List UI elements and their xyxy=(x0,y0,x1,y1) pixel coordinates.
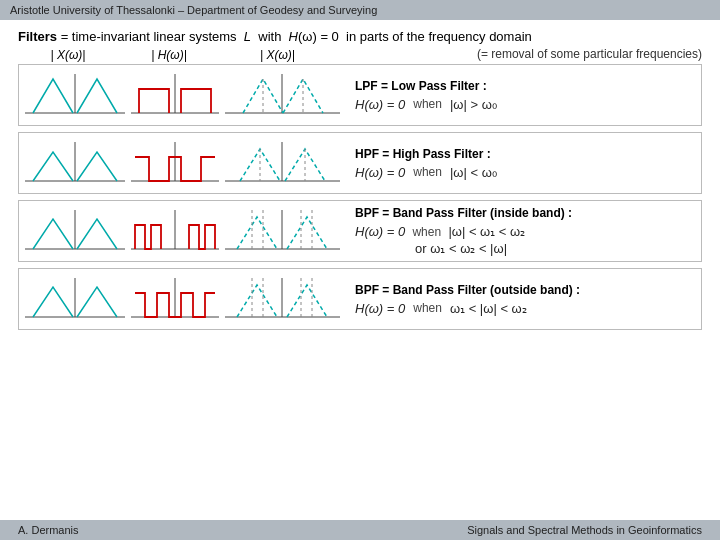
col-label-1: | X(ω)| xyxy=(18,48,118,62)
bpf-inside-title: BPF = Band Pass Filter (inside band) : xyxy=(355,206,695,220)
bpf-inside-output-svg xyxy=(225,205,340,257)
page-footer: A. Dermanis Signals and Spectral Methods… xyxy=(0,520,720,540)
lpf-equation: H(ω) = 0 when |ω| > ω₀ xyxy=(355,97,695,112)
lpf-info: LPF = Low Pass Filter : H(ω) = 0 when |ω… xyxy=(345,79,695,112)
page-title: Filters = time-invariant linear systems … xyxy=(18,28,702,46)
lpf-title: LPF = Low Pass Filter : xyxy=(355,79,695,93)
bpf-outside-section: BPF = Band Pass Filter (outside band) : … xyxy=(18,268,702,330)
hpf-title: HPF = High Pass Filter : xyxy=(355,147,695,161)
col-label-2: | H(ω)| xyxy=(124,48,214,62)
header-title: Aristotle University of Thessalonki – De… xyxy=(10,4,377,16)
col-label-3: | X(ω)| xyxy=(220,48,335,62)
lpf-input-svg xyxy=(25,69,125,121)
lpf-section: LPF = Low Pass Filter : H(ω) = 0 when |ω… xyxy=(18,64,702,126)
lpf-output-svg xyxy=(225,69,340,121)
lpf-filter-svg xyxy=(131,69,219,121)
hpf-filter-svg xyxy=(131,137,219,189)
bpf-outside-info: BPF = Band Pass Filter (outside band) : … xyxy=(345,283,695,316)
hpf-input-svg xyxy=(25,137,125,189)
bpf-inside-info: BPF = Band Pass Filter (inside band) : H… xyxy=(345,206,695,256)
bpf-outside-input-svg xyxy=(25,273,125,325)
bpf-outside-output-svg xyxy=(225,273,340,325)
hpf-output-svg xyxy=(225,137,340,189)
bpf-inside-input-svg xyxy=(25,205,125,257)
footer-author: A. Dermanis xyxy=(18,524,79,536)
hpf-info: HPF = High Pass Filter : H(ω) = 0 when |… xyxy=(345,147,695,180)
bpf-outside-equation: H(ω) = 0 when ω₁ < |ω| < ω₂ xyxy=(355,301,695,316)
hpf-equation: H(ω) = 0 when |ω| < ω₀ xyxy=(355,165,695,180)
bpf-inside-section: BPF = Band Pass Filter (inside band) : H… xyxy=(18,200,702,262)
hpf-section: HPF = High Pass Filter : H(ω) = 0 when |… xyxy=(18,132,702,194)
bpf-outside-filter-svg xyxy=(131,273,219,325)
bpf-inside-equation: H(ω) = 0 when |ω| < ω₁ < ω₂ or ω₁ < ω₂ <… xyxy=(355,224,695,256)
bpf-outside-title: BPF = Band Pass Filter (outside band) : xyxy=(355,283,695,297)
main-content: Filters = time-invariant linear systems … xyxy=(0,20,720,340)
bpf-inside-filter-svg xyxy=(131,205,219,257)
footer-course: Signals and Spectral Methods in Geoinfor… xyxy=(467,524,702,536)
page-header: Aristotle University of Thessalonki – De… xyxy=(0,0,720,20)
